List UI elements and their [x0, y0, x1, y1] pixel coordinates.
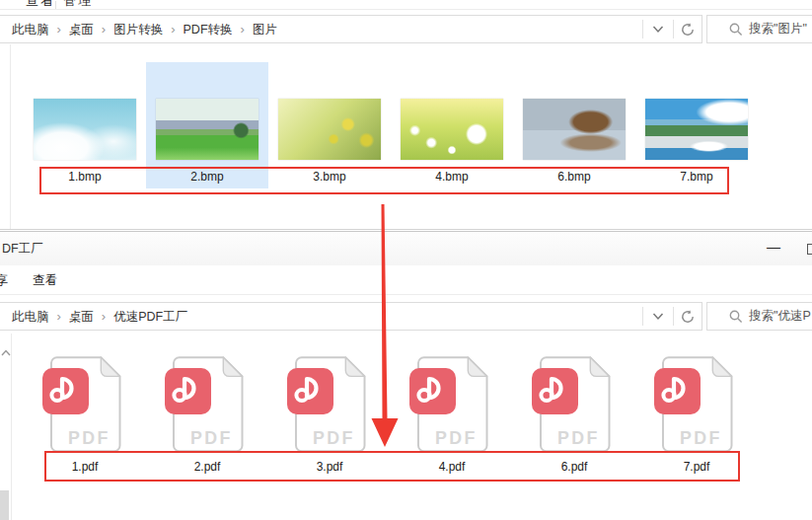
breadcrumb-separator: ›: [102, 22, 106, 37]
pdf-app-badge-icon: [165, 368, 211, 414]
breadcrumb-separator: ›: [171, 22, 175, 37]
menu-bar: 共享 查看: [0, 265, 812, 295]
ribbon-divider: [55, 1, 56, 10]
breadcrumb-separator: ›: [102, 309, 106, 324]
pdf-page-label: PDF: [313, 428, 355, 448]
image-thumbnail: [401, 99, 503, 160]
breadcrumb-separator: ›: [57, 22, 61, 37]
file-name-label: 3.pdf: [268, 457, 391, 477]
file-name-label: 4.pdf: [391, 457, 513, 477]
address-bar-row: 此电脑›桌面›优速PDF工厂 搜索"优速P: [0, 302, 812, 331]
pdf-app-badge-icon: [532, 368, 578, 414]
search-icon: [729, 23, 743, 37]
breadcrumb-separator: ›: [241, 22, 245, 37]
refresh-button[interactable]: [673, 303, 702, 330]
pdf-app-badge-icon: [654, 368, 701, 414]
menu-item-share[interactable]: 共享: [0, 272, 8, 289]
explorer-window-pdf: DF工厂 — 共享 查看 此电脑›桌面›优速PDF工厂 搜索": [0, 231, 812, 520]
pdf-file-item[interactable]: PDF 2.pdf: [146, 355, 268, 483]
bmp-file-item[interactable]: 6.bmp: [513, 62, 635, 188]
screenshot-stage: 查看 管理 此电脑›桌面›图片转换›PDF转换›图片 搜索"图片": [0, 0, 812, 520]
pdf-page-label: PDF: [68, 428, 111, 448]
address-dropdown-button[interactable]: [642, 16, 673, 42]
file-name-label: 6.bmp: [513, 167, 635, 186]
breadcrumb-item[interactable]: 图片: [253, 23, 277, 37]
pdf-file-item[interactable]: PDF 3.pdf: [268, 355, 391, 483]
breadcrumb: 此电脑›桌面›优速PDF工厂: [12, 303, 187, 330]
pdf-page-label: PDF: [557, 428, 600, 448]
refresh-icon: [681, 23, 695, 37]
file-name-label: 7.pdf: [635, 457, 758, 477]
file-list-area-bmp: 1.bmp 2.bmp 3.bmp 4.bmp 6.bmp 7.bmp: [0, 44, 812, 229]
file-name-label: 1.bmp: [24, 167, 146, 186]
file-list-area-pdf: PDF 1.pdf PDF 2.pdf PDF: [0, 334, 812, 520]
pdf-file-item[interactable]: PDF 7.pdf: [635, 355, 758, 483]
bmp-file-item[interactable]: 1.bmp: [24, 62, 146, 188]
address-bar[interactable]: 此电脑›桌面›图片转换›PDF转换›图片: [0, 15, 702, 43]
address-bar[interactable]: 此电脑›桌面›优速PDF工厂: [0, 302, 702, 331]
breadcrumb-item[interactable]: 此电脑: [12, 23, 49, 37]
chevron-down-icon: [652, 25, 664, 34]
scrollbar-up-button[interactable]: [1, 343, 11, 361]
breadcrumb-item[interactable]: PDF转换: [184, 23, 233, 37]
search-placeholder: 搜索"图片": [749, 16, 807, 42]
ribbon-tab-fragment: 查看: [26, 0, 55, 10]
breadcrumb-item[interactable]: 优速PDF工厂: [113, 310, 187, 324]
window-title: DF工厂: [2, 241, 43, 258]
clipped-ribbon-strip: 查看 管理: [0, 0, 812, 10]
file-name-label: 7.bmp: [635, 167, 758, 186]
breadcrumb-separator: ›: [57, 309, 61, 324]
address-dropdown-button[interactable]: [642, 303, 673, 330]
breadcrumb-item[interactable]: 桌面: [69, 310, 94, 324]
file-name-label: 2.pdf: [146, 457, 268, 477]
pdf-file-item[interactable]: PDF 1.pdf: [24, 355, 146, 483]
pdf-file-item[interactable]: PDF 6.pdf: [513, 355, 635, 483]
refresh-button[interactable]: [673, 16, 702, 42]
bmp-file-item[interactable]: 2.bmp: [146, 62, 268, 188]
scrollbar-thumb[interactable]: [0, 490, 9, 520]
file-name-label: 6.pdf: [513, 457, 635, 477]
bmp-file-item[interactable]: 3.bmp: [268, 62, 391, 188]
explorer-window-bmp: 查看 管理 此电脑›桌面›图片转换›PDF转换›图片 搜索"图片": [0, 0, 812, 230]
bmp-file-item[interactable]: 7.bmp: [635, 62, 758, 188]
search-placeholder: 搜索"优速P: [749, 303, 811, 330]
nav-pane-divider: [11, 334, 12, 520]
pdf-page-label: PDF: [190, 428, 233, 448]
image-thumbnail: [523, 99, 626, 160]
maximize-button[interactable]: [807, 244, 812, 255]
breadcrumb-item[interactable]: 此电脑: [12, 310, 49, 324]
pdf-app-badge-icon: [42, 368, 89, 414]
image-thumbnail: [278, 99, 381, 160]
file-name-label: 2.bmp: [146, 167, 268, 186]
image-thumbnail: [156, 99, 258, 160]
breadcrumb-item[interactable]: 桌面: [69, 23, 94, 37]
breadcrumb: 此电脑›桌面›图片转换›PDF转换›图片: [12, 16, 277, 42]
image-thumbnail: [645, 99, 748, 160]
search-icon: [729, 310, 743, 324]
ribbon-tab-fragment: 管理: [63, 0, 93, 10]
file-name-label: 4.bmp: [391, 167, 513, 186]
minimize-button[interactable]: —: [758, 232, 789, 265]
nav-pane-divider: [10, 44, 11, 229]
pdf-page-label: PDF: [435, 428, 478, 448]
address-bar-row: 此电脑›桌面›图片转换›PDF转换›图片 搜索"图片": [0, 15, 812, 43]
file-name-label: 3.bmp: [268, 167, 391, 186]
file-name-label: 1.pdf: [24, 457, 146, 477]
refresh-icon: [681, 310, 695, 324]
chevron-up-icon: [1, 349, 11, 357]
bmp-file-item[interactable]: 4.bmp: [391, 62, 513, 188]
chevron-down-icon: [652, 312, 664, 321]
breadcrumb-item[interactable]: 图片转换: [113, 23, 163, 37]
image-thumbnail: [34, 99, 136, 160]
pdf-file-item[interactable]: PDF 4.pdf: [391, 355, 513, 483]
pdf-page-label: PDF: [680, 428, 722, 448]
search-input[interactable]: 搜索"优速P: [706, 302, 812, 331]
pdf-app-badge-icon: [409, 368, 456, 414]
search-input[interactable]: 搜索"图片": [706, 15, 812, 43]
pdf-app-badge-icon: [287, 368, 333, 414]
menu-item-view[interactable]: 查看: [33, 272, 57, 289]
title-bar[interactable]: DF工厂 —: [0, 232, 812, 265]
